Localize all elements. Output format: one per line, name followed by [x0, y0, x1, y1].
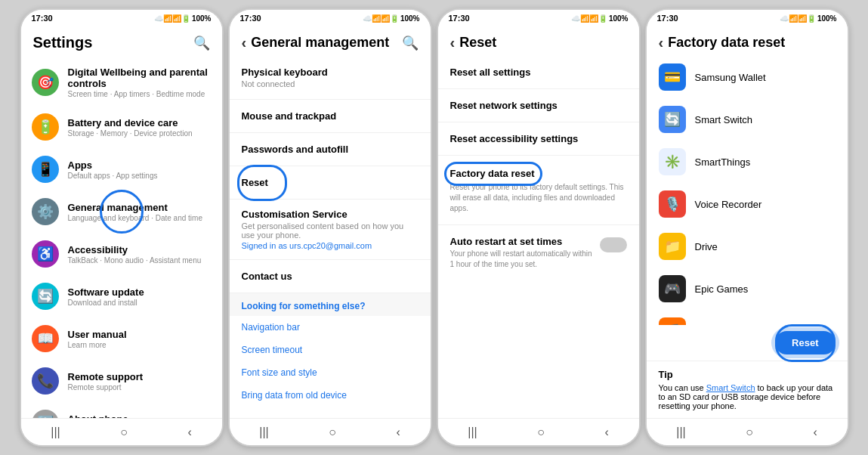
search-icon-2[interactable]: 🔍	[402, 35, 419, 51]
search-icon[interactable]: 🔍	[193, 35, 210, 51]
settings-item-accessibility[interactable]: ♿ Accessibility TalkBack · Mono audio · …	[21, 233, 222, 275]
back-arrow-4: ‹	[659, 34, 664, 51]
general-management-screen: ‹ General management 🔍 Physical keyboard…	[230, 26, 431, 418]
suggestion-nav-bar[interactable]: Navigation bar	[230, 316, 431, 339]
factory-reset-block[interactable]: Factory data reset Reset your phone to i…	[438, 156, 639, 225]
phone-settings: 17:30 ☁️📶📶🔋 100% Settings 🔍 🎯 Digital We…	[20, 8, 224, 447]
customisation-link[interactable]: Signed in as urs.cpc20@gmail.com	[242, 241, 419, 250]
reset-item[interactable]: Reset	[230, 166, 431, 200]
reset-all-title: Reset all settings	[450, 67, 627, 78]
voice-recorder-icon: 🎙️	[659, 190, 686, 218]
app-item-google-play-music: 🎵 Google Play Music	[647, 310, 848, 325]
factory-reset-button[interactable]: Reset	[775, 331, 835, 354]
apps-subtitle: Default apps · App settings	[68, 172, 212, 180]
settings-item-digital-wellbeing[interactable]: 🎯 Digital Wellbeing and parental control…	[21, 59, 222, 106]
reset-btn-container: Reset	[647, 325, 848, 361]
auto-restart-title: Auto restart at set times	[450, 236, 594, 247]
bottom-nav-1: ||| ○ ‹	[21, 418, 222, 445]
settings-item-apps[interactable]: 📱 Apps Default apps · App settings	[21, 148, 222, 190]
reset-network-item[interactable]: Reset network settings	[438, 89, 639, 122]
accessibility-title: Accessibility	[68, 244, 212, 255]
tip-title: Tip	[659, 369, 836, 380]
user-manual-icon: 📖	[32, 325, 59, 352]
contact-us-title: Contact us	[242, 271, 419, 282]
auto-restart-block: Auto restart at set times Your phone wil…	[438, 225, 639, 280]
nav-home-2[interactable]: ○	[329, 426, 336, 439]
mouse-trackpad-item[interactable]: Mouse and trackpad	[230, 100, 431, 133]
app-item-smart-switch: 🔄 Smart Switch	[647, 98, 848, 141]
settings-item-general-management[interactable]: ⚙️ General management Language and keybo…	[21, 190, 222, 233]
nav-back-4[interactable]: ‹	[813, 426, 817, 439]
passwords-autofill-title: Passwords and autofill	[242, 144, 419, 155]
physical-keyboard-sub: Not connected	[242, 79, 419, 88]
settings-item-remote-support[interactable]: 📞 Remote support Remote support	[21, 360, 222, 402]
reset-accessibility-item[interactable]: Reset accessibility settings	[438, 122, 639, 156]
smart-switch-icon: 🔄	[659, 106, 686, 133]
app-item-voice-recorder: 🎙️ Voice Recorder	[647, 183, 848, 225]
settings-item-battery[interactable]: 🔋 Battery and device care Storage · Memo…	[21, 106, 222, 148]
nav-recent-2[interactable]: |||	[259, 426, 268, 439]
app-item-drive: 📁 Drive	[647, 225, 848, 268]
nav-recent-1[interactable]: |||	[51, 426, 60, 439]
settings-item-user-manual[interactable]: 📖 User manual Learn more	[21, 317, 222, 360]
looking-for-section: Looking for something else?	[230, 293, 431, 316]
reset-list: Reset all settings Reset network setting…	[438, 56, 639, 418]
tip-text-before: You can use	[659, 383, 706, 392]
back-button-2[interactable]: ‹ General management	[242, 34, 390, 51]
time-3: 17:30	[449, 14, 470, 23]
nav-recent-4[interactable]: |||	[676, 426, 685, 439]
tip-section: Tip You can use Smart Switch to back up …	[647, 361, 848, 418]
reset-all-settings-item[interactable]: Reset all settings	[438, 56, 639, 89]
smart-switch-link[interactable]: Smart Switch	[706, 383, 755, 392]
nav-home-1[interactable]: ○	[120, 426, 128, 439]
suggestion-screen-timeout[interactable]: Screen timeout	[230, 339, 431, 361]
nav-back-2[interactable]: ‹	[396, 426, 400, 439]
settings-title: Settings	[33, 34, 93, 51]
app-item-epic-games: 🎮 Epic Games	[647, 268, 848, 310]
reset-network-title: Reset network settings	[450, 100, 627, 111]
nav-recent-3[interactable]: |||	[468, 426, 477, 439]
auto-restart-toggle[interactable]	[600, 237, 627, 252]
customisation-block[interactable]: Customisation Service Get personalised c…	[230, 200, 431, 260]
contact-us-item[interactable]: Contact us	[230, 260, 431, 293]
bottom-nav-4: ||| ○ ‹	[647, 418, 848, 445]
general-management-list: Physical keyboard Not connected Mouse an…	[230, 56, 431, 418]
suggestion-font[interactable]: Font size and style	[230, 361, 431, 384]
about-phone-icon: ℹ️	[32, 410, 59, 418]
reset-accessibility-title: Reset accessibility settings	[450, 133, 627, 144]
factory-reset-title: Factory data reset	[450, 168, 535, 179]
app-item-smartthings: ✳️ SmartThings	[647, 141, 848, 183]
accessibility-icon: ♿	[32, 240, 59, 268]
nav-home-3[interactable]: ○	[537, 426, 545, 439]
passwords-autofill-item[interactable]: Passwords and autofill	[230, 133, 431, 166]
physical-keyboard-item[interactable]: Physical keyboard Not connected	[230, 56, 431, 100]
drive-icon: 📁	[659, 233, 686, 260]
status-icons-1: ☁️📶📶🔋 100%	[154, 14, 212, 23]
settings-top-bar: Settings 🔍	[21, 26, 222, 56]
back-button-3[interactable]: ‹ Reset	[450, 34, 497, 51]
software-update-subtitle: Download and install	[68, 299, 212, 307]
reset-top-bar: ‹ Reset	[438, 26, 639, 56]
settings-item-about-phone[interactable]: ℹ️ About phone Status · Legal informatio…	[21, 402, 222, 418]
status-icons-2: ☁️📶📶🔋 100%	[363, 14, 420, 23]
time-2: 17:30	[240, 14, 261, 23]
back-button-4[interactable]: ‹ Factory data reset	[659, 34, 786, 51]
factory-reset-screen-title: Factory data reset	[668, 35, 785, 51]
remote-support-icon: 📞	[32, 367, 59, 395]
battery-icon: 🔋	[32, 113, 59, 141]
reset-btn-wrapper: Reset	[775, 331, 835, 354]
suggestion-bring-data[interactable]: Bring data from old device	[230, 384, 431, 407]
settings-list: 🎯 Digital Wellbeing and parental control…	[21, 56, 222, 418]
time-1: 17:30	[32, 14, 53, 23]
settings-item-software-update[interactable]: 🔄 Software update Download and install	[21, 275, 222, 317]
general-management-title: General management	[251, 35, 389, 51]
factory-reset-sub: Reset your phone to its factory default …	[450, 182, 627, 214]
accessibility-subtitle: TalkBack · Mono audio · Assistant menu	[68, 256, 212, 265]
back-arrow-2: ‹	[242, 34, 247, 51]
status-icons-4: ☁️📶📶🔋 100%	[780, 14, 837, 23]
physical-keyboard-title: Physical keyboard	[242, 67, 419, 78]
nav-back-3[interactable]: ‹	[604, 426, 608, 439]
customisation-title: Customisation Service	[242, 209, 419, 220]
nav-home-4[interactable]: ○	[746, 426, 753, 439]
nav-back-1[interactable]: ‹	[187, 426, 191, 439]
